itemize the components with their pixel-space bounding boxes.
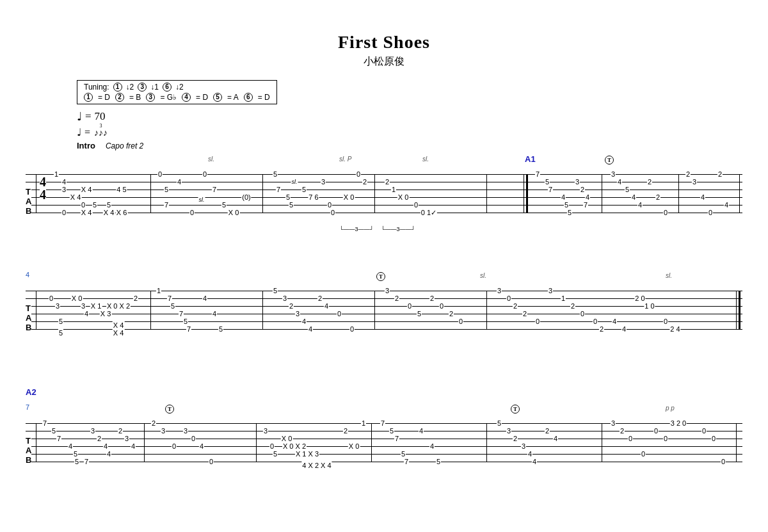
a2-section: A2 [26, 387, 742, 400]
n-6-2: 2 [647, 178, 652, 186]
note-icon: ♩ [77, 109, 82, 124]
r2n-5-2c: 2 [570, 302, 575, 310]
string6-circle: 6 [163, 83, 172, 92]
r3n-1-4d: 4 [131, 442, 136, 450]
n-4-2: 2 [385, 178, 390, 186]
r3n-1-4b: 4 [103, 442, 108, 450]
n-1-1-s3: 3 [61, 186, 67, 193]
n-6-4c: 4 [637, 201, 643, 209]
r2n-4-0c: 0 [458, 318, 463, 325]
r2n-1-x4: X 4 [113, 329, 125, 337]
r2n-4-2: 2 [394, 294, 399, 302]
r3h6 [26, 462, 742, 462]
r2n-1-2: 2 [133, 294, 138, 302]
r3n-4-7b: 7 [394, 435, 399, 442]
r2bar4 [486, 291, 487, 330]
r3n-2-4: 4 [199, 442, 204, 450]
r3bar3 [371, 423, 372, 462]
n-6-4b: 4 [631, 193, 636, 201]
r2n-5-0: 0 [506, 294, 511, 302]
r3n-5-4: 4 [527, 450, 532, 458]
r3n-1-2b: 2 [118, 427, 123, 435]
section-labels-row1: Intro Capo fret 2 [77, 140, 742, 151]
r3n-5-4c: 4 [553, 435, 558, 442]
n-1-5b: 5 [106, 201, 111, 209]
capo-label: Capo fret 2 [106, 141, 143, 150]
mnum-7: 7 [26, 403, 29, 411]
bar2 [262, 174, 263, 213]
triplet-3a: └——3——┘ [339, 226, 374, 232]
r3n-1-5: 5 [51, 427, 56, 435]
r2n-5-2: 2 [513, 302, 518, 310]
r2n-3-2: 2 [289, 302, 294, 310]
r3n-6-0e: 0 [701, 427, 707, 435]
n-4-0: 0 [413, 201, 419, 209]
n-2-x0: X 0 [228, 209, 240, 216]
tuning-box: Tuning: 1 ↓2 3 ↓1 6 ↓2 1= D 2= B 3= G♭ 4… [77, 80, 277, 104]
r2bar0 [36, 291, 36, 330]
n-2-0paren: (0) [241, 193, 251, 201]
r2n-5-2d: 2 [599, 325, 604, 333]
string3-circle: 3 [138, 83, 147, 92]
r3n-3-1: 1 [361, 419, 366, 427]
bar5 [524, 174, 524, 213]
tab-row-2: 4 T sl. sl. TAB [26, 271, 742, 352]
r3h2 [26, 431, 742, 431]
n-3-sl2: sl. [291, 178, 298, 186]
a1-marker: A1 [525, 154, 536, 164]
sl-ann-3: sl. [422, 156, 429, 163]
r2n-3-0b: 0 [349, 325, 355, 333]
r2h6 [26, 329, 742, 330]
tab-label: TAB [26, 186, 31, 217]
pp-ann: p p [666, 405, 675, 412]
n-2-0c: 0 [202, 170, 207, 178]
r3n-1-7c: 7 [84, 458, 89, 465]
n-1-x4d: X 4 [103, 209, 115, 216]
n-7-2b: 2 [717, 170, 723, 178]
r2n-3-4b: 4 [308, 325, 313, 333]
bar1 [150, 174, 151, 213]
r3n-4-5c: 5 [436, 458, 441, 465]
r2n-3-3b: 3 [295, 310, 300, 318]
r2n-4-5a: 5 [417, 310, 422, 318]
n-2-5b: 5 [221, 201, 227, 209]
n-2-5: 5 [164, 186, 169, 193]
r3n-6-3: 3 [611, 419, 616, 427]
r3bar6 [736, 423, 737, 462]
r2n-2-4b: 4 [212, 310, 217, 318]
r3n-1-5c: 5 [74, 458, 79, 465]
r3n-6-2: 2 [620, 427, 625, 435]
r2n-5-0c: 0 [580, 310, 585, 318]
r2n-2-7: 7 [167, 294, 172, 302]
n-5-7b: 7 [583, 201, 588, 209]
r3n-3-5: 5 [273, 450, 278, 458]
r3n-4-5: 5 [389, 427, 394, 435]
r3n-5-3b: 3 [521, 442, 526, 450]
r2n-3-2b: 2 [317, 294, 323, 302]
n-3-5c: 5 [301, 186, 307, 193]
page: First Shoes 小松原俊 Tuning: 1 ↓2 3 ↓1 6 ↓2 … [0, 0, 768, 532]
music-canvas: sl. sl. P sl. A1 T TAB 44 [26, 154, 742, 485]
tab-row-1: sl. sl. P sl. A1 T TAB 44 [26, 154, 742, 236]
tempo-section: ♩ = 70 [77, 109, 742, 124]
r3n-2-0b: 0 [191, 435, 196, 442]
tab-row-3: 7 T T p p TAB [26, 403, 742, 485]
n-5-2a: 2 [580, 186, 585, 193]
tab-label-r3: TAB [26, 435, 31, 466]
tuning-label: Tuning: [84, 83, 109, 92]
n-5-5c: 5 [567, 209, 572, 216]
r2n-4-0b: 0 [439, 302, 444, 310]
n-2-7: 7 [164, 201, 169, 209]
r3n-6-0g: 0 [721, 458, 726, 465]
tempo-value: 70 [95, 110, 106, 123]
n-1-x4b: 5 [92, 201, 97, 209]
r2n-5-4: 4 [612, 318, 617, 325]
r2h5 [26, 321, 742, 322]
n-7-2: 2 [685, 170, 691, 178]
row1-staff: TAB 44 4 3 0 [26, 170, 742, 216]
n-3-3: 3 [321, 178, 326, 186]
r3bar2 [256, 423, 257, 462]
r3n-5-2b: 2 [545, 427, 550, 435]
sl-ann-r2-2: sl. [666, 272, 672, 279]
r2n-4-2c: 2 [449, 310, 454, 318]
